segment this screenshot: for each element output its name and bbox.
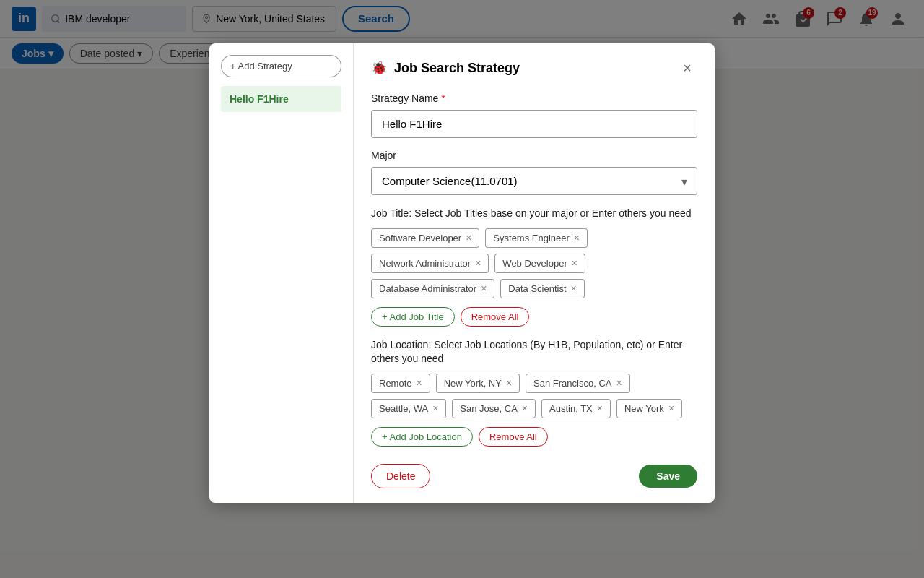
modal-overlay: + Add Strategy Hello F1Hire 🐞 Job Search… — [0, 0, 924, 578]
modal-close-button[interactable]: × — [677, 58, 697, 78]
job-title-label: Web Developer — [502, 258, 567, 269]
remove-job-location-new-york[interactable]: × — [668, 403, 674, 413]
job-title-tag-database-administrator: Database Administrator× — [371, 279, 494, 298]
job-title-label: Software Developer — [379, 233, 461, 243]
modal-header: 🐞 Job Search Strategy × — [371, 58, 697, 78]
job-location-tag-san-jose-ca: San Jose, CA× — [452, 399, 536, 418]
add-strategy-button[interactable]: + Add Strategy — [221, 55, 341, 77]
job-title-label: Data Scientist — [508, 283, 566, 294]
job-location-label: Remote — [379, 378, 412, 389]
strategy-name-label: Strategy Name * — [371, 92, 697, 104]
strategy-item-hello-f1hire[interactable]: Hello F1Hire — [221, 86, 341, 112]
job-title-tag-network-administrator: Network Administrator× — [371, 254, 489, 273]
job-title-tag-web-developer: Web Developer× — [494, 254, 585, 273]
remove-job-location-san-jose-ca[interactable]: × — [522, 403, 528, 413]
job-title-tag-software-developer: Software Developer× — [371, 228, 479, 248]
job-titles-container: Software Developer×Systems Engineer×Netw… — [371, 228, 697, 298]
add-job-location-button[interactable]: + Add Job Location — [371, 427, 473, 447]
job-location-label: San Jose, CA — [460, 403, 518, 414]
job-location-label: Austin, TX — [549, 403, 593, 414]
strategy-name-input[interactable] — [371, 110, 697, 138]
remove-job-location-seattle-wa[interactable]: × — [432, 403, 438, 413]
remove-all-titles-button[interactable]: Remove All — [461, 307, 530, 327]
save-strategy-button[interactable]: Save — [639, 465, 697, 488]
remove-job-location-san-francisco-ca[interactable]: × — [616, 378, 622, 388]
remove-all-locations-button[interactable]: Remove All — [479, 427, 548, 447]
job-location-label: New York, NY — [444, 378, 502, 389]
required-asterisk: * — [441, 92, 445, 104]
job-location-tag-new-york: New York× — [616, 399, 682, 418]
delete-strategy-button[interactable]: Delete — [371, 464, 430, 488]
modal-title-text: Job Search Strategy — [394, 61, 520, 76]
modal-sidebar: + Add Strategy Hello F1Hire — [209, 43, 354, 503]
job-title-label: Systems Engineer — [493, 233, 570, 243]
modal-title: 🐞 Job Search Strategy — [371, 60, 520, 76]
major-label: Major — [371, 150, 697, 161]
job-location-tag-new-york-ny: New York, NY× — [436, 374, 520, 393]
job-location-label: Seattle, WA — [379, 403, 428, 414]
job-location-section-label: Job Location: Select Job Locations (By H… — [371, 338, 697, 366]
add-job-title-button[interactable]: + Add Job Title — [371, 307, 455, 327]
strategy-name-label-text: Strategy Name — [371, 92, 438, 104]
modal-body: 🐞 Job Search Strategy × Strategy Name * … — [354, 43, 715, 503]
remove-job-title-database-administrator[interactable]: × — [481, 283, 487, 293]
job-location-tag-san-francisco-ca: San Francisco, CA× — [526, 374, 630, 393]
remove-job-title-systems-engineer[interactable]: × — [574, 233, 580, 243]
job-title-label: Database Administrator — [379, 283, 476, 294]
remove-job-location-remote[interactable]: × — [417, 378, 422, 388]
job-title-tag-data-scientist: Data Scientist× — [500, 279, 584, 298]
job-location-label: San Francisco, CA — [533, 378, 611, 389]
job-location-actions: + Add Job Location Remove All — [371, 427, 697, 447]
remove-job-title-network-administrator[interactable]: × — [475, 258, 481, 268]
job-location-tag-austin-tx: Austin, TX× — [541, 399, 611, 418]
remove-job-location-new-york-ny[interactable]: × — [506, 378, 512, 388]
major-select[interactable]: Computer Science(11.0701) — [371, 167, 697, 195]
modal-footer: Delete Save — [371, 458, 697, 488]
job-locations-container: Remote×New York, NY×San Francisco, CA×Se… — [371, 374, 697, 418]
remove-job-title-data-scientist[interactable]: × — [571, 283, 577, 293]
major-select-wrapper: Computer Science(11.0701) — [371, 167, 697, 195]
job-search-strategy-modal: + Add Strategy Hello F1Hire 🐞 Job Search… — [209, 43, 715, 503]
job-title-actions: + Add Job Title Remove All — [371, 307, 697, 327]
remove-job-title-web-developer[interactable]: × — [572, 258, 578, 268]
job-location-tag-remote: Remote× — [371, 374, 430, 393]
remove-job-location-austin-tx[interactable]: × — [597, 403, 603, 413]
modal-icon: 🐞 — [371, 60, 387, 76]
remove-job-title-software-developer[interactable]: × — [466, 233, 471, 243]
job-location-tag-seattle-wa: Seattle, WA× — [371, 399, 446, 418]
job-location-label: New York — [624, 403, 664, 414]
job-title-label: Network Administrator — [379, 258, 471, 269]
job-title-tag-systems-engineer: Systems Engineer× — [485, 228, 588, 248]
job-title-section-label: Job Title: Select Job Titles base on you… — [371, 207, 697, 221]
